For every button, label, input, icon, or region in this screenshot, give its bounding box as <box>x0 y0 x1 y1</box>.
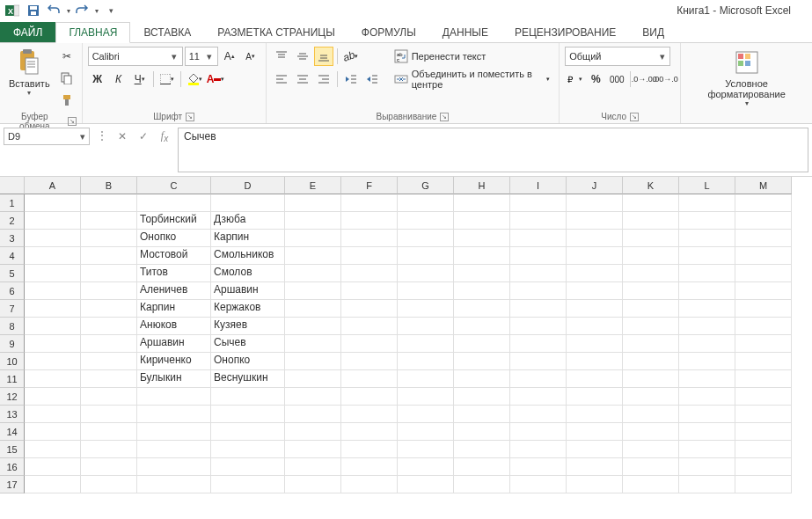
cell[interactable] <box>341 441 398 458</box>
row-header[interactable]: 2 <box>0 212 25 230</box>
clipboard-launcher[interactable]: ↘ <box>68 117 77 126</box>
cell[interactable] <box>285 370 341 388</box>
column-header[interactable]: D <box>211 177 285 194</box>
cell[interactable] <box>454 423 510 441</box>
cell[interactable] <box>567 318 623 335</box>
cell[interactable] <box>735 282 792 300</box>
cell[interactable] <box>623 247 679 265</box>
cell[interactable]: Кириченко <box>137 353 211 370</box>
cell[interactable] <box>341 300 398 318</box>
cell[interactable] <box>567 247 623 265</box>
cell[interactable] <box>81 406 137 423</box>
cell[interactable] <box>454 212 510 230</box>
cell[interactable] <box>623 212 679 230</box>
cell[interactable] <box>25 300 81 318</box>
cell[interactable] <box>398 300 454 318</box>
cell[interactable] <box>398 423 454 441</box>
excel-icon[interactable]: X <box>4 2 21 19</box>
formula-input[interactable]: Сычев <box>178 128 808 172</box>
cell[interactable] <box>567 458 623 476</box>
row-header[interactable]: 6 <box>0 282 25 300</box>
cell[interactable] <box>285 458 341 476</box>
cell[interactable] <box>81 212 137 230</box>
cell[interactable] <box>735 265 792 282</box>
cell[interactable]: Аленичев <box>137 282 211 300</box>
cell[interactable]: Мостовой <box>137 247 211 265</box>
row-header[interactable]: 17 <box>0 476 25 493</box>
italic-button[interactable]: К <box>109 69 128 89</box>
cell[interactable]: Онопко <box>211 353 285 370</box>
cell[interactable] <box>398 476 454 493</box>
underline-button[interactable]: Ч▾ <box>130 69 150 89</box>
cell[interactable] <box>679 300 735 318</box>
cell[interactable] <box>285 406 341 423</box>
copy-button[interactable] <box>57 69 77 88</box>
accounting-format-button[interactable]: ₽▾ <box>565 69 584 89</box>
cell[interactable]: Кержаков <box>211 300 285 318</box>
cell[interactable] <box>567 335 623 353</box>
cell[interactable] <box>735 388 792 406</box>
cell[interactable]: Онопко <box>137 230 211 247</box>
cell[interactable] <box>510 318 567 335</box>
cell[interactable] <box>623 388 679 406</box>
cell[interactable]: Аршавин <box>137 335 211 353</box>
cell[interactable] <box>735 335 792 353</box>
align-top-button[interactable] <box>272 47 291 66</box>
cell[interactable] <box>341 194 398 212</box>
cell[interactable] <box>454 406 510 423</box>
cell[interactable] <box>398 318 454 335</box>
tab-view[interactable]: ВИД <box>629 22 677 42</box>
cell[interactable] <box>735 476 792 493</box>
cancel-formula-button[interactable]: ✕ <box>113 128 132 145</box>
cell[interactable] <box>623 370 679 388</box>
cell[interactable] <box>679 388 735 406</box>
cell[interactable] <box>81 370 137 388</box>
font-launcher[interactable]: ↘ <box>186 113 194 121</box>
cell[interactable] <box>81 318 137 335</box>
cell[interactable] <box>25 441 81 458</box>
cell[interactable] <box>398 441 454 458</box>
cell[interactable] <box>567 476 623 493</box>
cell[interactable] <box>567 423 623 441</box>
cell[interactable] <box>285 300 341 318</box>
cell[interactable] <box>398 458 454 476</box>
cell[interactable] <box>398 282 454 300</box>
cell[interactable] <box>81 423 137 441</box>
cell[interactable] <box>341 388 398 406</box>
cut-button[interactable]: ✂ <box>57 47 77 66</box>
cell[interactable] <box>81 353 137 370</box>
cell[interactable] <box>341 247 398 265</box>
column-header[interactable]: A <box>25 177 81 194</box>
increase-decimal-button[interactable]: .0→.00 <box>634 69 654 89</box>
cell[interactable] <box>341 458 398 476</box>
cell[interactable] <box>25 388 81 406</box>
grow-font-button[interactable]: A▴ <box>220 47 239 66</box>
cell[interactable] <box>285 423 341 441</box>
cell[interactable] <box>735 247 792 265</box>
cell[interactable] <box>285 230 341 247</box>
cell[interactable] <box>285 212 341 230</box>
cell[interactable] <box>398 265 454 282</box>
row-header[interactable]: 10 <box>0 353 25 370</box>
cell[interactable] <box>454 265 510 282</box>
cell[interactable] <box>81 335 137 353</box>
cell[interactable] <box>285 441 341 458</box>
save-icon[interactable] <box>25 2 42 19</box>
undo-icon[interactable] <box>46 2 63 19</box>
cell[interactable]: Дзюба <box>211 212 285 230</box>
cell[interactable] <box>25 282 81 300</box>
column-header[interactable]: L <box>679 177 735 194</box>
merge-center-button[interactable]: Объединить и поместить в центре ▾ <box>391 69 554 89</box>
cell[interactable] <box>735 353 792 370</box>
cell[interactable] <box>623 230 679 247</box>
cell[interactable] <box>398 335 454 353</box>
column-header[interactable]: G <box>398 177 454 194</box>
redo-icon[interactable] <box>74 2 91 19</box>
row-header[interactable]: 15 <box>0 441 25 458</box>
cell[interactable] <box>567 388 623 406</box>
cell[interactable] <box>679 247 735 265</box>
cell[interactable] <box>735 441 792 458</box>
cell[interactable] <box>510 353 567 370</box>
font-size-combo[interactable]: 11▾ <box>185 47 218 66</box>
cell[interactable] <box>285 282 341 300</box>
